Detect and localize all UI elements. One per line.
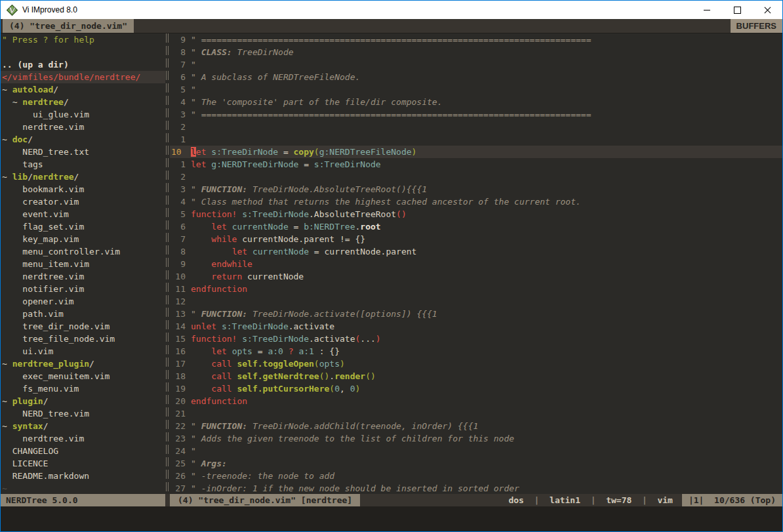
code-row[interactable]: 9" =====================================… — [170, 33, 782, 46]
code-row[interactable]: 14unlet s:TreeDirNode.activate — [170, 320, 782, 333]
code-row[interactable]: 12 — [170, 295, 782, 308]
code-row[interactable]: 3" =====================================… — [170, 108, 782, 121]
tree-row[interactable]: bookmark.vim — [1, 183, 165, 195]
code-row[interactable]: 8 let currentNode = currentNode.parent — [170, 245, 782, 258]
code-row[interactable]: 5function! s:TreeDirNode.AbsoluteTreeRoo… — [170, 208, 782, 220]
text-span: " — [191, 421, 201, 431]
text-span — [191, 384, 211, 394]
code-row[interactable]: 6 let currentNode = b:NERDTree.root — [170, 220, 782, 233]
text-span: s:TreeDirNode — [211, 147, 278, 157]
tree-row[interactable]: CHANGELOG — [1, 445, 165, 457]
code-row[interactable]: 2 — [170, 121, 782, 133]
title-bar[interactable]: Vi IMproved 8.0 — [1, 1, 782, 19]
code-row[interactable]: 10let s:TreeDirNode = copy(g:NERDTreeFil… — [170, 146, 782, 158]
status-info-item: dos — [508, 495, 523, 505]
code-row[interactable]: 5" — [170, 83, 782, 96]
tab-tree-dir-node[interactable]: (4) "tree_dir_node.vim" — [3, 19, 134, 33]
text-span: copy — [294, 147, 314, 157]
tree-row[interactable]: nerdtree.vim — [1, 432, 165, 445]
tree-row[interactable]: event.vim — [1, 208, 165, 220]
text-span: CHANGELOG — [2, 446, 58, 456]
tree-row[interactable]: flag_set.vim — [1, 220, 165, 233]
code-row[interactable]: 24" — [170, 445, 782, 457]
code-row[interactable]: 6" A subclass of NERDTreeFileNode. — [170, 71, 782, 83]
code-row[interactable]: 22" FUNCTION: TreeDirNode.addChild(treen… — [170, 420, 782, 432]
code-row[interactable]: 4" The 'composite' part of the file/dir … — [170, 96, 782, 108]
tree-row[interactable]: ~ nerdtree_plugin/ — [1, 358, 165, 370]
tree-row[interactable]: menu_controller.vim — [1, 245, 165, 258]
code-row[interactable]: 1let g:NERDTreeDirNode = s:TreeDirNode — [170, 158, 782, 171]
status-position: |1| 10/636 (Top) — [682, 494, 782, 506]
close-button[interactable] — [752, 1, 782, 19]
tree-row[interactable]: exec_menuitem.vim — [1, 370, 165, 382]
code-row[interactable]: 25" Args: — [170, 457, 782, 470]
code-row[interactable]: 7" — [170, 58, 782, 71]
line-number: 8 — [170, 245, 186, 258]
tree-row[interactable]: tree_file_node.vim — [1, 333, 165, 345]
tree-row[interactable]: key_map.vim — [1, 233, 165, 245]
line-number: 26 — [170, 470, 186, 482]
tree-row[interactable]: README.markdown — [1, 470, 165, 482]
tree-row[interactable]: path.vim — [1, 308, 165, 320]
code-row[interactable]: 9 endwhile — [170, 258, 782, 270]
command-line[interactable] — [1, 506, 782, 532]
code-row[interactable]: 26" -treenode: the node to add — [170, 470, 782, 482]
tree-row[interactable]: notifier.vim — [1, 283, 165, 295]
code-row[interactable]: 18 call self.getNerdtree().render() — [170, 370, 782, 382]
code-row[interactable]: 19 call self.putCursorHere(0, 0) — [170, 382, 782, 395]
code-row[interactable]: 17 call self.toggleOpen(opts) — [170, 358, 782, 370]
tree-row[interactable] — [1, 46, 165, 58]
text-span: NERD_tree.txt — [2, 147, 89, 157]
tree-row[interactable]: ~ syntax/ — [1, 420, 165, 432]
code-row[interactable]: 8" CLASS: TreeDirNode — [170, 46, 782, 58]
tree-row[interactable]: ui_glue.vim — [1, 108, 165, 121]
tree-row[interactable]: ~ plugin/ — [1, 395, 165, 407]
buffers-label: BUFFERS — [731, 19, 782, 33]
code-row[interactable]: 3" FUNCTION: TreeDirNode.AbsoluteTreeRoo… — [170, 183, 782, 195]
code-row[interactable]: 20endfunction — [170, 395, 782, 407]
code-text: " ======================================… — [186, 33, 591, 46]
tree-row[interactable]: ui.vim — [1, 345, 165, 358]
code-row[interactable]: 13" FUNCTION: TreeDirNode.activate([opti… — [170, 308, 782, 320]
minimize-button[interactable] — [692, 1, 722, 19]
tree-row[interactable]: ~ autoload/ — [1, 83, 165, 96]
text-span: menu_controller.vim — [2, 247, 120, 256]
tree-row[interactable]: menu_item.vim — [1, 258, 165, 270]
text-span: / — [43, 421, 49, 431]
tree-row[interactable]: fs_menu.vim — [1, 382, 165, 395]
tree-row[interactable]: nerdtree.vim — [1, 270, 165, 283]
tree-row[interactable]: opener.vim — [1, 295, 165, 308]
code-row[interactable]: 1 — [170, 133, 782, 146]
code-row[interactable]: 11endfunction — [170, 283, 782, 295]
code-row[interactable]: 4" Class method that returns the highest… — [170, 195, 782, 208]
text-span: endwhile — [211, 259, 252, 269]
code-row[interactable]: 10 return currentNode — [170, 270, 782, 283]
tree-row[interactable]: " Press ? for help — [1, 33, 165, 46]
status-gap — [165, 494, 170, 506]
code-row[interactable]: 23" Adds the given treenode to the list … — [170, 432, 782, 445]
tree-row[interactable]: tags — [1, 158, 165, 171]
tree-row[interactable]: .. (up a dir) — [1, 58, 165, 71]
code-row[interactable]: 27" -inOrder: 1 if the new node should b… — [170, 482, 782, 494]
tree-row[interactable]: ~ nerdtree/ — [1, 96, 165, 108]
tree-row[interactable]: NERD_tree.vim — [1, 407, 165, 420]
code-row[interactable]: 15function! s:TreeDirNode.activate(...) — [170, 333, 782, 345]
tree-row[interactable]: </vimfiles/bundle/nerdtree/ — [1, 71, 165, 83]
maximize-button[interactable] — [722, 1, 752, 19]
tree-row[interactable]: nerdtree.vim — [1, 121, 165, 133]
code-row[interactable]: 21 — [170, 407, 782, 420]
tree-row[interactable]: ~ doc/ — [1, 133, 165, 146]
tree-row[interactable]: tree_dir_node.vim — [1, 320, 165, 333]
editor-buffer[interactable]: 9" =====================================… — [170, 33, 782, 494]
tree-row[interactable]: NERD_tree.txt — [1, 146, 165, 158]
window-split-handle[interactable] — [165, 33, 170, 494]
tree-row[interactable]: creator.vim — [1, 195, 165, 208]
code-row[interactable]: 16 let opts = a:0 ? a:1 : {} — [170, 345, 782, 358]
tree-row[interactable]: LICENCE — [1, 457, 165, 470]
tree-row[interactable]: ~ — [1, 482, 165, 494]
line-number: 14 — [170, 320, 186, 333]
tree-row[interactable]: ~ lib/nerdtree/ — [1, 171, 165, 183]
code-row[interactable]: 7 while currentNode.parent != {} — [170, 233, 782, 245]
code-row[interactable]: 2 — [170, 171, 782, 183]
line-number: 9 — [170, 258, 186, 270]
